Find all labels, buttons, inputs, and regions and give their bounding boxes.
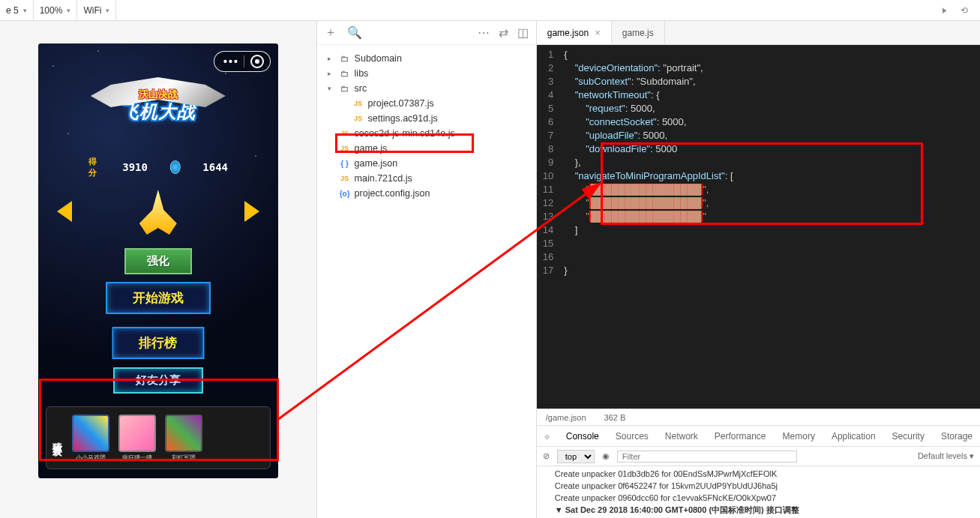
close-ring-icon[interactable] xyxy=(250,55,264,68)
more-h-icon[interactable]: ⋯ xyxy=(478,25,490,40)
mute-icon[interactable]: 🕨 xyxy=(940,5,950,16)
phone-simulator[interactable]: ••• 沃山决战 飞机大战 得分 3910 1644 强化 开始游戏 排行榜 xyxy=(38,43,278,478)
sources-tab[interactable]: Sources xyxy=(616,431,649,442)
more-icon[interactable]: ••• xyxy=(220,55,244,67)
simulator-column: ••• 沃山决战 飞机大战 得分 3910 1644 强化 开始游戏 排行榜 xyxy=(0,21,316,518)
code-content[interactable]: { "deviceOrientation": "portrait", "subC… xyxy=(564,45,733,409)
performance-tab[interactable]: Performance xyxy=(715,431,766,442)
file-tree[interactable]: ▸🗀Subdomain▸🗀libs▾🗀srcJSproject.07387.js… xyxy=(317,45,536,518)
coin-icon xyxy=(170,160,180,174)
tab-game-json[interactable]: game.json× xyxy=(537,21,612,44)
network-select[interactable]: WiFi▾ xyxy=(77,0,116,20)
game-logo: 沃山决战 飞机大战 xyxy=(91,77,226,124)
recommend-title: 猜你喜欢 xyxy=(51,435,64,441)
status-size: 362 B xyxy=(604,413,626,422)
recommend-panel: 猜你喜欢 小小马戏团 疯狂猜一猜 彩虹军团 xyxy=(46,406,271,469)
tree-item-game.js[interactable]: JSgame.js xyxy=(317,141,536,156)
memory-tab[interactable]: Memory xyxy=(783,431,815,442)
clear-icon[interactable]: ⊘ xyxy=(543,451,550,461)
rotate-icon[interactable]: ⟲ xyxy=(961,5,971,16)
code-editor[interactable]: 1234567891011121314151617 { "deviceOrien… xyxy=(537,45,980,409)
share-button[interactable]: 好友分享 xyxy=(113,367,203,394)
application-tab[interactable]: Application xyxy=(832,431,876,442)
tree-item-main.721cd.js[interactable]: JSmain.721cd.js xyxy=(317,171,536,186)
next-arrow-icon[interactable] xyxy=(244,201,259,222)
tree-item-libs[interactable]: ▸🗀libs xyxy=(317,66,536,81)
tree-item-cocos2d-js-min.cd14e.js[interactable]: JScocos2d-js-min.cd14e.js xyxy=(317,126,536,141)
editor-column: game.json× game.js 123456789101112131415… xyxy=(537,21,980,518)
devtools-panel: ⟐ Console Sources Network Performance Me… xyxy=(537,425,980,518)
recommend-item[interactable]: 小小马戏团 xyxy=(70,415,111,462)
logo-top-text: 沃山决战 xyxy=(91,88,226,101)
tab-game-js[interactable]: game.js xyxy=(612,21,665,44)
top-toolbar: e 5▾ 100%▾ WiFi▾ 🕨 ⟲ xyxy=(0,0,980,21)
level-select[interactable]: Default levels ▾ xyxy=(918,451,974,461)
tree-item-Subdomain[interactable]: ▸🗀Subdomain xyxy=(317,51,536,66)
editor-tabs: game.json× game.js xyxy=(537,21,980,45)
devtools-tabs: ⟐ Console Sources Network Performance Me… xyxy=(537,426,980,447)
console-output[interactable]: Create unpacker 01db3db26 for 00EndSsMJP… xyxy=(537,466,980,518)
score-label: 得分 xyxy=(88,156,100,178)
stats-row: 得分 3910 1644 xyxy=(88,156,228,178)
rank-button[interactable]: 排行榜 xyxy=(112,327,204,359)
recommend-item[interactable]: 彩虹军团 xyxy=(163,415,204,462)
filter-input[interactable] xyxy=(617,451,797,463)
prev-arrow-icon[interactable] xyxy=(57,201,72,222)
close-icon[interactable]: × xyxy=(595,27,601,38)
network-tab[interactable]: Network xyxy=(665,431,698,442)
tree-item-src[interactable]: ▾🗀src xyxy=(317,81,536,96)
context-select[interactable]: top xyxy=(557,450,595,463)
storage-tab[interactable]: Storage xyxy=(941,431,973,442)
file-explorer: ＋ 🔍 ⋯ ⇄ ◫ ▸🗀Subdomain▸🗀libs▾🗀srcJSprojec… xyxy=(316,21,537,518)
console-tab[interactable]: Console xyxy=(566,431,599,442)
add-icon[interactable]: ＋ xyxy=(325,25,337,40)
enhance-button[interactable]: 强化 xyxy=(124,248,192,274)
line-gutter: 1234567891011121314151617 xyxy=(537,45,564,409)
device-select[interactable]: e 5▾ xyxy=(0,0,34,20)
tree-item-settings.ac91d.js[interactable]: JSsettings.ac91d.js xyxy=(317,111,536,126)
zoom-select[interactable]: 100%▾ xyxy=(34,0,78,20)
score-value: 3910 xyxy=(122,161,148,173)
status-path: /game.json xyxy=(546,413,586,422)
eye-icon[interactable]: ◉ xyxy=(602,451,610,461)
editor-status-bar: /game.json 362 B xyxy=(537,409,980,425)
main-layout: ••• 沃山决战 飞机大战 得分 3910 1644 强化 开始游戏 排行榜 xyxy=(0,21,980,518)
security-tab[interactable]: Security xyxy=(892,431,925,442)
coin-value: 1644 xyxy=(202,161,228,173)
settings-icon[interactable]: ⇄ xyxy=(499,25,508,40)
start-game-button[interactable]: 开始游戏 xyxy=(106,282,211,314)
search-icon[interactable]: 🔍 xyxy=(347,25,362,40)
inspect-icon[interactable]: ⟐ xyxy=(544,431,550,442)
tree-item-game.json[interactable]: { }game.json xyxy=(317,156,536,171)
recommend-item[interactable]: 疯狂猜一猜 xyxy=(117,415,157,462)
capsule-menu[interactable]: ••• xyxy=(214,51,271,72)
tree-item-project.config.json[interactable]: {o}project.config.json xyxy=(317,186,536,201)
tree-item-project.07387.js[interactable]: JSproject.07387.js xyxy=(317,96,536,111)
split-icon[interactable]: ◫ xyxy=(517,25,529,40)
